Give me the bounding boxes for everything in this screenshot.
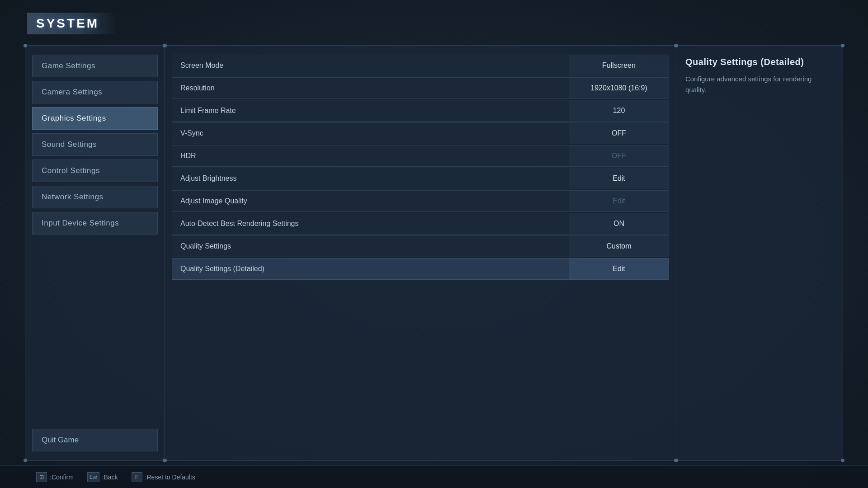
sidebar-item-game-settings[interactable]: Game Settings: [32, 55, 158, 77]
setting-name-quality-settings-detailed: Quality Settings (Detailed): [172, 258, 569, 279]
setting-name-hdr: HDR: [172, 145, 569, 166]
hint-back: Esc :Back: [87, 472, 118, 482]
sidebar-item-camera-settings[interactable]: Camera Settings: [32, 81, 158, 103]
setting-value-screen-mode[interactable]: Fullscreen: [569, 55, 669, 76]
corner-decoration-br: [841, 459, 844, 462]
setting-value-auto-detect[interactable]: ON: [569, 213, 669, 234]
sidebar-item-network-settings[interactable]: Network Settings: [32, 186, 158, 208]
corner-decoration-tr: [841, 44, 844, 47]
settings-row-auto-detect[interactable]: Auto-Detect Best Rendering SettingsON: [172, 213, 669, 235]
corner-decoration-tl: [24, 44, 27, 47]
reset-label: :Reset to Defaults: [145, 474, 195, 481]
corner-decoration-tl: [163, 44, 167, 47]
settings-row-limit-frame-rate[interactable]: Limit Frame Rate120: [172, 100, 669, 122]
settings-row-v-sync[interactable]: V-SyncOFF: [172, 122, 669, 144]
sidebar-item-sound-settings[interactable]: Sound Settings: [32, 133, 158, 156]
setting-name-adjust-brightness: Adjust Brightness: [172, 168, 569, 189]
setting-value-v-sync[interactable]: OFF: [569, 123, 669, 144]
settings-row-adjust-brightness[interactable]: Adjust BrightnessEdit: [172, 168, 669, 189]
middle-panel: Screen ModeFullscreenResolution1920x1080…: [165, 45, 676, 461]
setting-value-adjust-brightness[interactable]: Edit: [569, 168, 669, 189]
settings-row-quality-settings-detailed[interactable]: Quality Settings (Detailed)Edit: [172, 258, 669, 280]
settings-row-adjust-image-quality[interactable]: Adjust Image QualityEdit: [172, 190, 669, 212]
sidebar-item-graphics-settings[interactable]: Graphics Settings: [32, 107, 158, 130]
back-label: :Back: [102, 474, 118, 481]
main-content: Game Settings Camera Settings Graphics S…: [25, 45, 843, 461]
left-panel: Game Settings Camera Settings Graphics S…: [25, 45, 165, 461]
confirm-label: :Confirm: [50, 474, 74, 481]
setting-name-v-sync: V-Sync: [172, 123, 569, 144]
setting-value-quality-settings-detailed[interactable]: Edit: [569, 258, 669, 279]
sidebar-item-control-settings[interactable]: Control Settings: [32, 160, 158, 182]
detail-description: Configure advanced settings for renderin…: [685, 74, 834, 95]
setting-name-adjust-image-quality: Adjust Image Quality: [172, 191, 569, 211]
settings-rows-container: Screen ModeFullscreenResolution1920x1080…: [172, 55, 669, 280]
settings-row-hdr[interactable]: HDROFF: [172, 145, 669, 167]
corner-decoration-tl: [675, 44, 678, 47]
title-bar: SYSTEM: [27, 13, 117, 34]
page-wrapper: SYSTEM Game Settings Camera Settings Gra…: [0, 0, 868, 488]
quit-game-button[interactable]: Quit Game: [32, 429, 158, 451]
setting-name-auto-detect: Auto-Detect Best Rendering Settings: [172, 213, 569, 234]
confirm-key-icon: ⊡: [36, 472, 47, 482]
nav-spacer: [32, 238, 158, 425]
setting-name-resolution: Resolution: [172, 78, 569, 99]
detail-title: Quality Settings (Detailed): [685, 57, 834, 67]
sidebar-item-input-device-settings[interactable]: Input Device Settings: [32, 212, 158, 235]
corner-decoration-bl: [675, 459, 678, 462]
bottom-bar: ⊡ :Confirm Esc :Back F :Reset to Default…: [0, 465, 868, 488]
settings-row-screen-mode[interactable]: Screen ModeFullscreen: [172, 55, 669, 76]
corner-decoration-bl: [24, 459, 27, 462]
settings-row-quality-settings[interactable]: Quality SettingsCustom: [172, 235, 669, 257]
setting-value-adjust-image-quality: Edit: [569, 191, 669, 211]
settings-row-resolution[interactable]: Resolution1920x1080 (16:9): [172, 77, 669, 99]
setting-value-hdr: OFF: [569, 145, 669, 166]
corner-decoration-bl: [163, 459, 167, 462]
setting-name-quality-settings: Quality Settings: [172, 236, 569, 257]
setting-value-quality-settings[interactable]: Custom: [569, 236, 669, 257]
hint-confirm: ⊡ :Confirm: [36, 472, 74, 482]
setting-name-limit-frame-rate: Limit Frame Rate: [172, 100, 569, 121]
setting-value-resolution[interactable]: 868x488 (16:9): [569, 78, 669, 99]
setting-value-limit-frame-rate[interactable]: 120: [569, 100, 669, 121]
page-title: SYSTEM: [36, 16, 99, 31]
hint-reset: F :Reset to Defaults: [132, 472, 195, 482]
reset-key-icon: F: [132, 472, 142, 482]
setting-name-screen-mode: Screen Mode: [172, 55, 569, 76]
right-panel: Quality Settings (Detailed) Configure ad…: [676, 45, 843, 461]
back-key-icon: Esc: [87, 472, 99, 482]
